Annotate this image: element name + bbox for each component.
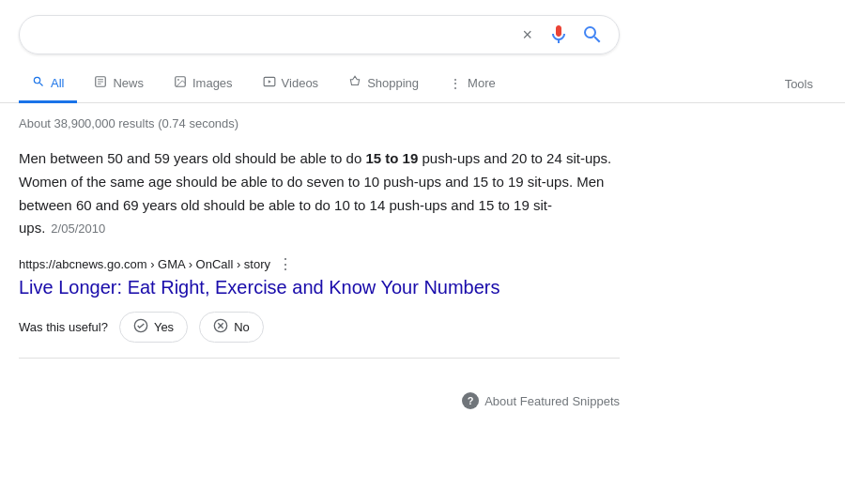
- source-menu-dots[interactable]: ⋮: [278, 255, 293, 273]
- snippet-text-before: Men between 50 and 59 years old should b…: [19, 150, 365, 166]
- no-icon: [213, 318, 228, 336]
- svg-point-6: [177, 79, 179, 81]
- yes-icon: [133, 318, 148, 336]
- useful-row: Was this useful? Yes No: [19, 312, 620, 343]
- tab-images-label: Images: [192, 76, 233, 90]
- all-icon: [32, 75, 45, 91]
- featured-snippet: Men between 50 and 59 years old should b…: [19, 147, 620, 240]
- tab-shopping[interactable]: Shopping: [335, 66, 432, 103]
- tab-all-label: All: [51, 76, 64, 90]
- results-count: About 38,900,000 results (0.74 seconds): [19, 116, 620, 130]
- clear-button[interactable]: ×: [518, 25, 536, 45]
- news-icon: [94, 75, 107, 91]
- yes-button[interactable]: Yes: [119, 312, 188, 343]
- tab-shopping-label: Shopping: [367, 76, 419, 90]
- more-icon: ⋮: [449, 76, 462, 91]
- images-icon: [174, 75, 187, 91]
- search-bar: how many push ups should a 50 year old m…: [19, 15, 620, 54]
- search-input[interactable]: how many push ups should a 50 year old m…: [35, 26, 511, 43]
- no-button[interactable]: No: [199, 312, 264, 343]
- tab-news-label: News: [113, 76, 144, 90]
- results-area: About 38,900,000 results (0.74 seconds) …: [0, 103, 638, 385]
- tab-videos-label: Videos: [282, 76, 319, 90]
- about-snippets-text[interactable]: About Featured Snippets: [484, 394, 620, 408]
- tools-button[interactable]: Tools: [772, 68, 826, 100]
- search-submit-icon[interactable]: [581, 23, 604, 46]
- search-bar-container: how many push ups should a 50 year old m…: [0, 0, 845, 66]
- tab-videos[interactable]: Videos: [250, 66, 332, 103]
- source-url-text: https://abcnews.go.com › GMA › OnCall › …: [19, 257, 270, 271]
- shopping-icon: [348, 75, 361, 91]
- mic-icon[interactable]: [547, 23, 570, 46]
- no-label: No: [234, 320, 250, 334]
- useful-label: Was this useful?: [19, 320, 108, 334]
- about-snippets-icon[interactable]: ?: [462, 392, 479, 409]
- tab-all[interactable]: All: [19, 66, 77, 103]
- result-title[interactable]: Live Longer: Eat Right, Exercise and Kno…: [19, 277, 620, 298]
- svg-marker-8: [268, 80, 270, 84]
- search-icon-right: ×: [518, 23, 604, 46]
- source-url: https://abcnews.go.com › GMA › OnCall › …: [19, 255, 620, 273]
- snippet-bold-text: 15 to 19: [365, 150, 418, 166]
- yes-label: Yes: [154, 320, 174, 334]
- tab-more[interactable]: ⋮ More: [436, 67, 509, 103]
- about-snippets: ? About Featured Snippets: [0, 385, 638, 417]
- nav-tabs: All News Images Videos Shopping ⋮ More T…: [0, 66, 845, 103]
- tab-images[interactable]: Images: [161, 66, 246, 103]
- snippet-text: Men between 50 and 59 years old should b…: [19, 147, 620, 240]
- tab-more-label: More: [468, 76, 496, 90]
- videos-icon: [263, 75, 276, 91]
- snippet-date: 2/05/2010: [51, 221, 105, 236]
- tab-news[interactable]: News: [81, 66, 157, 103]
- divider: [19, 358, 620, 359]
